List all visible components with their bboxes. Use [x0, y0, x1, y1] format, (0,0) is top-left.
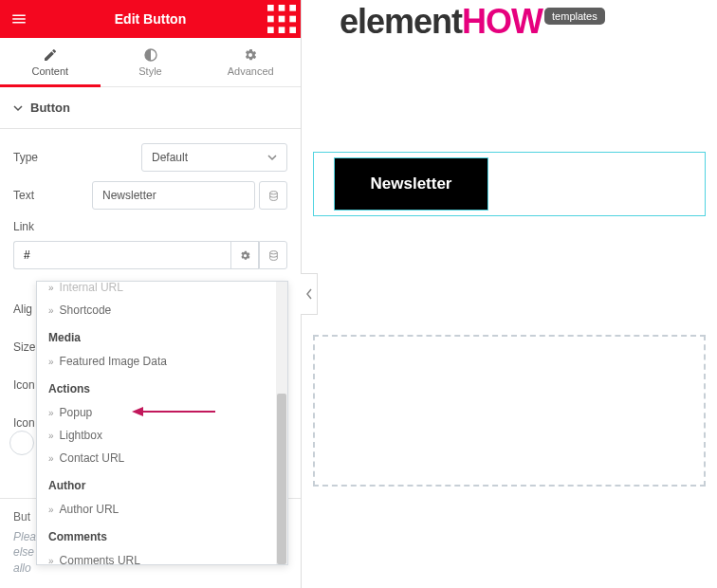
svg-point-9: [269, 191, 277, 193]
pencil-icon: [43, 47, 58, 63]
svg-rect-1: [279, 5, 285, 11]
section-toggle-button[interactable]: Button: [0, 87, 301, 129]
type-label: Type: [13, 151, 141, 164]
svg-rect-8: [289, 27, 296, 33]
panel-tabs: Content Style Advanced: [0, 38, 301, 87]
grid-icon: [263, 0, 301, 38]
size-label: Size: [13, 328, 35, 366]
tab-content[interactable]: Content: [0, 38, 101, 86]
link-input[interactable]: [13, 241, 230, 269]
link-label: Link: [13, 220, 287, 233]
chevron-down-icon: [267, 153, 277, 162]
tab-advanced-label: Advanced: [228, 65, 274, 77]
caret-down-icon: [13, 103, 23, 113]
type-row: Type Default: [13, 138, 287, 176]
type-value: Default: [152, 151, 188, 164]
editor-panel: Edit Button Content Style Advanced Butto…: [0, 0, 302, 588]
controls-area: Type Default Text: [0, 129, 301, 214]
preview-canvas: element HOW templates Newsletter: [302, 0, 717, 588]
gear-icon: [239, 249, 251, 262]
dd-category-comments: Comments: [37, 521, 276, 549]
svg-rect-3: [267, 16, 274, 23]
dd-category-author: Author: [37, 469, 276, 498]
dd-item-featured-image-data[interactable]: Featured Image Data: [37, 350, 276, 373]
dd-item-shortcode[interactable]: Shortcode: [37, 299, 276, 322]
dd-item-author-url[interactable]: Author URL: [37, 498, 276, 521]
database-icon: [267, 190, 280, 202]
svg-rect-2: [289, 5, 296, 11]
svg-point-10: [269, 250, 277, 253]
dynamic-text-button[interactable]: [259, 181, 287, 210]
chevron-left-icon: [305, 288, 313, 300]
database-icon: [267, 249, 280, 262]
dd-item-contact-url[interactable]: Contact URL: [37, 447, 276, 469]
site-logo: element HOW templates: [340, 2, 605, 42]
dropdown-scrollbar[interactable]: [276, 282, 287, 564]
dynamic-link-button[interactable]: [259, 241, 287, 269]
tab-style-label: Style: [138, 65, 161, 77]
empty-section-placeholder[interactable]: [313, 335, 706, 487]
link-row: Link: [0, 214, 301, 269]
panel-topbar: Edit Button: [0, 0, 301, 38]
contrast-icon: [143, 47, 158, 63]
newsletter-button[interactable]: Newsletter: [334, 157, 488, 211]
logo-part-2: HOW: [462, 2, 542, 42]
obscured-labels: Alig Size Icon Icon: [13, 290, 35, 442]
section-title: Button: [30, 101, 70, 115]
svg-rect-6: [267, 27, 274, 33]
dd-item-popup[interactable]: Popup: [37, 401, 276, 424]
svg-rect-5: [289, 16, 296, 23]
text-input[interactable]: [92, 181, 255, 210]
type-select[interactable]: Default: [141, 143, 287, 172]
dd-category-actions: Actions: [37, 373, 276, 401]
menu-button[interactable]: [0, 0, 38, 38]
tab-advanced[interactable]: Advanced: [200, 38, 301, 86]
tab-content-label: Content: [32, 65, 69, 77]
dd-category-media: Media: [37, 322, 276, 350]
widgets-grid-button[interactable]: [263, 0, 301, 38]
align-label: Alig: [13, 290, 35, 328]
scrollbar-thumb[interactable]: [277, 394, 286, 564]
hamburger-icon: [10, 10, 28, 28]
icon-label-1: Icon: [13, 366, 35, 404]
dd-item-comments-url[interactable]: Comments URL: [37, 549, 276, 564]
svg-rect-4: [279, 16, 285, 23]
gear-icon: [243, 47, 258, 63]
dd-item-lightbox[interactable]: Lightbox: [37, 424, 276, 447]
dd-item-truncated[interactable]: Internal URL: [37, 282, 276, 299]
svg-rect-0: [267, 5, 274, 11]
link-options-button[interactable]: [230, 241, 259, 269]
slider-handle[interactable]: [9, 431, 34, 455]
svg-rect-7: [279, 27, 285, 33]
logo-part-1: element: [340, 2, 462, 42]
dropdown-list[interactable]: Internal URL Shortcode Media Featured Im…: [37, 282, 276, 564]
dynamic-tags-dropdown: Internal URL Shortcode Media Featured Im…: [36, 281, 288, 565]
tab-style[interactable]: Style: [101, 38, 201, 86]
logo-badge: templates: [544, 8, 605, 25]
text-label: Text: [13, 189, 92, 202]
collapse-panel-button[interactable]: [301, 273, 318, 315]
text-row: Text: [13, 176, 287, 214]
panel-title: Edit Button: [38, 11, 263, 27]
